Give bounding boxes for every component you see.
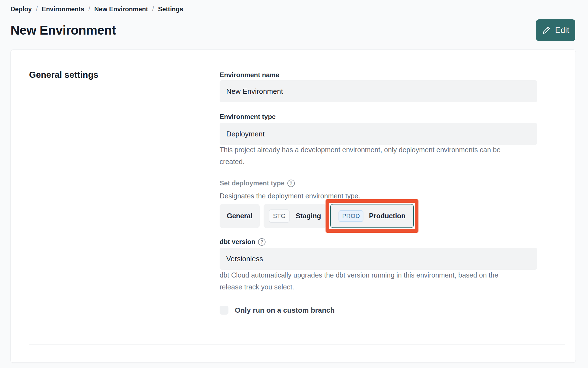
prod-badge: PROD bbox=[339, 210, 363, 222]
environment-type-value: Deployment bbox=[226, 130, 265, 138]
deployment-type-options: General STG Staging PROD Production bbox=[220, 204, 537, 228]
production-option-label: Production bbox=[369, 212, 405, 220]
general-settings-form: Environment name New Environment Environ… bbox=[220, 50, 537, 354]
question-circle-icon[interactable]: ? bbox=[258, 238, 266, 246]
deployment-type-general-button[interactable]: General bbox=[220, 204, 260, 228]
pencil-icon bbox=[542, 26, 551, 35]
environment-type-help-text: This project already has a development e… bbox=[220, 144, 522, 168]
breadcrumb-environments[interactable]: Environments bbox=[42, 6, 84, 13]
environment-type-input[interactable]: Deployment bbox=[220, 123, 537, 145]
environment-type-label-text: Environment type bbox=[220, 113, 276, 121]
environment-name-value: New Environment bbox=[226, 87, 283, 96]
question-circle-icon[interactable]: ? bbox=[287, 180, 295, 187]
edit-button-label: Edit bbox=[555, 25, 569, 35]
page: Deploy / Environments / New Environment … bbox=[0, 0, 588, 363]
deployment-type-production-button[interactable]: PROD Production bbox=[330, 204, 414, 228]
section-title: General settings bbox=[29, 70, 98, 80]
breadcrumb-new-environment[interactable]: New Environment bbox=[94, 6, 148, 13]
environment-type-label: Environment type bbox=[220, 113, 276, 121]
dbt-version-label: dbt version ? bbox=[220, 238, 266, 246]
stg-badge: STG bbox=[269, 209, 290, 223]
top-bar: Deploy / Environments / New Environment … bbox=[0, 0, 588, 41]
breadcrumb-settings: Settings bbox=[158, 6, 183, 13]
custom-branch-label: Only run on a custom branch bbox=[235, 306, 335, 315]
general-settings-card: General settings Environment name New En… bbox=[11, 50, 576, 363]
breadcrumb-separator: / bbox=[152, 6, 154, 13]
page-title: New Environment bbox=[11, 23, 116, 38]
environment-name-label: Environment name bbox=[220, 71, 279, 79]
dbt-version-help-text: dbt Cloud automatically upgrades the dbt… bbox=[220, 269, 522, 293]
environment-name-input[interactable]: New Environment bbox=[220, 80, 537, 102]
page-header: New Environment Edit bbox=[11, 19, 575, 41]
environment-name-label-text: Environment name bbox=[220, 71, 279, 79]
edit-button[interactable]: Edit bbox=[536, 19, 575, 41]
dbt-version-value: Versionless bbox=[226, 255, 263, 263]
dbt-version-label-text: dbt version bbox=[220, 238, 255, 246]
breadcrumb-separator: / bbox=[36, 6, 38, 13]
section-divider bbox=[29, 344, 565, 344]
set-deployment-type-label-text: Set deployment type bbox=[220, 179, 285, 187]
breadcrumb-deploy[interactable]: Deploy bbox=[11, 6, 32, 13]
general-option-label: General bbox=[227, 212, 253, 220]
staging-option-label: Staging bbox=[296, 212, 321, 220]
deployment-type-description: Designates the deployment environment ty… bbox=[220, 192, 360, 200]
deployment-type-staging-button[interactable]: STG Staging bbox=[264, 204, 326, 228]
breadcrumb: Deploy / Environments / New Environment … bbox=[11, 6, 575, 13]
set-deployment-type-label: Set deployment type ? bbox=[220, 179, 295, 187]
custom-branch-checkbox[interactable] bbox=[220, 306, 228, 315]
dbt-version-input[interactable]: Versionless bbox=[220, 248, 537, 270]
breadcrumb-separator: / bbox=[88, 6, 90, 13]
custom-branch-row: Only run on a custom branch bbox=[220, 306, 335, 315]
